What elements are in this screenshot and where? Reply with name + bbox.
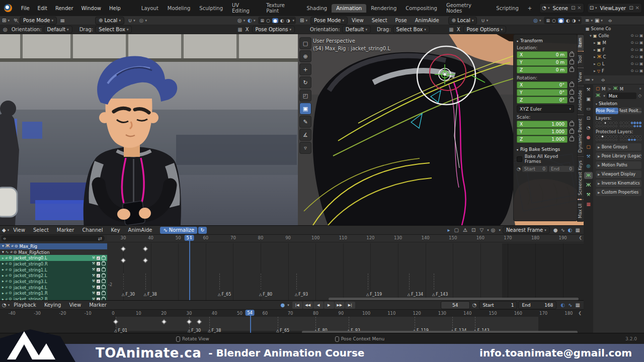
material-shading-icon[interactable]: ◐ [280, 18, 284, 23]
channel-lock-icon[interactable] [102, 292, 106, 295]
mirror-x-toggle[interactable]: X [246, 27, 249, 32]
eye-icon[interactable]: ⊙ [9, 256, 12, 260]
lock-icon[interactable] [570, 122, 574, 126]
jump-to-start-button[interactable]: |◀ [292, 302, 302, 309]
snap-mode-dropdown[interactable]: Nearest Frame▾ [503, 226, 550, 234]
collapse-sidebar-icon[interactable]: ❮ [579, 236, 582, 240]
marker-F_30[interactable]: △F_30 [122, 292, 135, 297]
disable-render-icon[interactable]: ▣ [639, 55, 643, 59]
snap-icon[interactable]: ∪ [481, 18, 485, 23]
wireframe-shading-icon[interactable]: ○ [552, 18, 556, 23]
channel-enable-checkbox[interactable]: ✓ [97, 274, 100, 278]
pose-options-dropdown[interactable]: Pose Options▾ [463, 26, 506, 33]
disclosure-icon[interactable]: ▼ [2, 251, 4, 253]
pin-icon[interactable]: ⌀ [11, 244, 13, 248]
dope-menu-select[interactable]: Select [29, 227, 53, 233]
timeline-menu-view[interactable]: View [65, 302, 85, 308]
collapse-icon[interactable]: ▼ [590, 35, 592, 37]
outliner-row-scene-co[interactable]: ▦Scene Co [584, 25, 644, 32]
channel-Max_RigAction[interactable]: ▼∿⌀⊙Max_RigAction [0, 249, 107, 255]
normalize-refresh-button[interactable]: ↻ [198, 227, 206, 234]
menu-edit[interactable]: Edit [34, 6, 51, 11]
play-button[interactable]: ▶ [324, 302, 334, 309]
channel-lock-icon[interactable] [102, 268, 106, 272]
disable-viewport-icon[interactable]: ▭ [635, 62, 638, 66]
solid-shading-icon[interactable]: ● [558, 18, 564, 23]
dope-sheet[interactable]: ◆▾ ViewSelectMarkerChannelKeyAnimAide ∿ … [0, 225, 584, 301]
scene-selector[interactable]: ◔ ▾ Scene ⊡ ✕ [539, 3, 584, 13]
n-panel-tab-max-ui[interactable]: Max UI [577, 200, 584, 222]
workspace-tab-texture-paint[interactable]: Texture Paint [262, 1, 302, 15]
disable-viewport-icon[interactable]: ▭ [635, 55, 638, 59]
channel-jacket_string0.L[interactable]: ▶⌀⊙jacket_string0.L⚒✓ [0, 255, 107, 261]
transform-location-y[interactable]: Y0 m [517, 59, 574, 66]
properties-tab-render[interactable]: ▣ [584, 96, 593, 103]
timeline[interactable]: ◔▾ PlaybackKeyingViewMarker ● ▾ |◀◀◀◀▶▶▶… [0, 300, 584, 333]
modifier-wrench-icon[interactable]: ⚒ [92, 274, 95, 278]
dope-playhead[interactable] [189, 235, 190, 301]
workspace-tab-+[interactable]: + [523, 4, 536, 13]
menu-render[interactable]: Render [51, 6, 77, 11]
expand-icon[interactable]: ▶ [594, 63, 596, 65]
transform-orientation-dropdown[interactable]: ⊕ Local▾ [448, 17, 477, 25]
auto-keying-icon[interactable]: ● [280, 303, 285, 308]
properties-tab-texture[interactable]: ▦ [584, 201, 593, 208]
panel-section-bone-groups[interactable]: ▶Bone Groups [596, 143, 641, 151]
fake-user-shield-icon[interactable]: ◇ [638, 94, 641, 98]
properties-editor[interactable]: ≔▾ ⌀ ⚒▣▭⊡◔●▢⚒◎ЖЖ⚒▦ ▢ M > Ж M ⌖ Ж ▾ Max ◇ [584, 75, 644, 333]
dope-sheet-ruler[interactable]: 3040506070809010011012013014015016017018… [107, 235, 584, 242]
mode-options-icon[interactable]: ≡ [60, 18, 65, 24]
annotate-tool[interactable]: ✎ [299, 116, 311, 128]
workspace-tab-scripting[interactable]: Scripting [492, 4, 523, 13]
layer-dot[interactable] [628, 122, 630, 124]
timeline-current-frame-indicator[interactable]: 54 [245, 310, 255, 316]
frame-end-field[interactable]: End168 [518, 301, 556, 309]
properties-tab-output[interactable]: ▭ [584, 105, 593, 112]
visibility-eye-icon[interactable]: ⊙ [631, 41, 634, 45]
layer-dot[interactable] [639, 125, 641, 128]
viewport-left[interactable]: ⊞▾ 🏃︎ Pose Mode▾ ≡ ⊕ Local▾ ∪▾ ◎▾ ◎▾ ◐▾ … [0, 16, 298, 225]
timeline-editor-icon[interactable]: ◔ [2, 303, 7, 308]
menu-window[interactable]: Window [77, 6, 105, 11]
copy-keys-icon[interactable]: ▦ [576, 228, 580, 233]
remove-viewlayer-icon[interactable]: ✕ [635, 6, 639, 11]
overlay-icon[interactable]: ◐ [568, 228, 573, 233]
menu-help[interactable]: Help [105, 6, 125, 11]
channel-jacket_string4.L[interactable]: ▶⌀⊙jacket_string4.L⚒✓ [0, 285, 107, 291]
eye-icon[interactable]: ⊙ [9, 268, 12, 272]
next-keyframe-button[interactable]: ▶▶ [335, 302, 345, 309]
channel-enable-checkbox[interactable]: ✓ [97, 286, 100, 289]
channel-enable-checkbox[interactable]: ✓ [97, 268, 100, 272]
layer-dot[interactable] [601, 125, 604, 128]
layer-dot[interactable] [631, 125, 633, 128]
layer-dot[interactable] [604, 135, 607, 138]
select-cursor-icon[interactable]: ▸ [448, 228, 450, 233]
mirror-x-toggle[interactable]: X [457, 27, 460, 32]
material-shading-icon[interactable]: ◐ [566, 18, 570, 23]
layer-dot[interactable] [636, 135, 639, 138]
transform-scale-z[interactable]: Z1.000 [517, 136, 574, 143]
mirror-icon[interactable]: ▦ [449, 27, 453, 32]
select-box-tool[interactable]: ▢ [299, 37, 311, 49]
marker-F_93[interactable]: △F_93 [295, 292, 308, 297]
disable-viewport-icon[interactable]: ▭ [635, 34, 638, 38]
dope-menu-channel[interactable]: Channel [78, 227, 107, 233]
properties-tab-object-data-armature[interactable]: Ж [584, 172, 593, 179]
breadcrumb-data-icon[interactable]: Ж [613, 86, 618, 91]
pin-icon[interactable]: ⌀ [6, 286, 8, 289]
pin-id-icon[interactable]: ⌖ [639, 86, 641, 92]
timeline-marker-F_30[interactable]: △F_30 [188, 328, 201, 333]
channel-Max_Rig[interactable]: ▼Ж⌀⊙Max_Rig [0, 243, 107, 249]
layer-dot[interactable] [631, 139, 633, 141]
menu-file[interactable]: File [17, 6, 34, 11]
disable-render-icon[interactable]: ▣ [639, 62, 643, 66]
layer-dot[interactable] [636, 125, 639, 128]
properties-tab-modifiers[interactable]: ⚒ [584, 153, 593, 160]
disclosure-icon[interactable]: ▶ [2, 257, 4, 259]
layer-dot[interactable] [625, 135, 628, 138]
transform-location-z[interactable]: Z0 m [517, 66, 574, 73]
filter-icon[interactable]: ▽ [479, 228, 484, 233]
modifier-wrench-icon[interactable]: ⚒ [92, 268, 95, 272]
transform-rotation-z[interactable]: Z0° [517, 97, 574, 104]
orientation-dropdown[interactable]: Default▾ [342, 26, 371, 33]
